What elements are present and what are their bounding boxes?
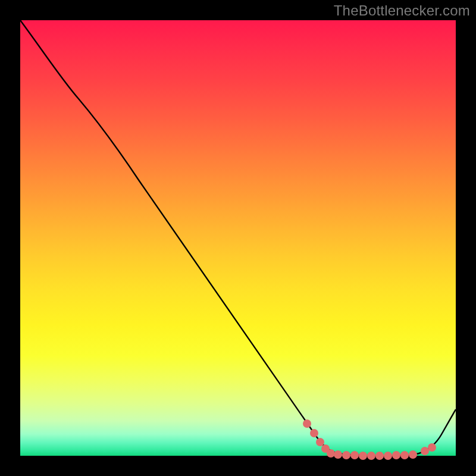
optimal-dot (310, 429, 318, 437)
optimal-dot (316, 438, 324, 446)
optimal-dot (350, 451, 359, 459)
optimal-dot (392, 451, 400, 459)
optimal-dot (327, 449, 335, 458)
optimal-dot (421, 447, 429, 455)
chart-svg (20, 20, 456, 456)
optimal-dot (400, 451, 409, 459)
optimal-dot (303, 419, 311, 428)
chart-frame (20, 20, 456, 456)
optimal-dot (367, 452, 375, 460)
optimal-dot (334, 450, 342, 459)
optimal-dot (359, 452, 367, 460)
optimal-dot (384, 452, 392, 460)
bottleneck-curve (20, 20, 456, 456)
watermark-text: TheBottlenecker.com (334, 2, 470, 19)
optimal-dot (342, 451, 350, 459)
optimal-dot (409, 450, 417, 459)
optimal-range-dots (303, 419, 436, 460)
optimal-dot (375, 452, 384, 460)
optimal-dot (428, 443, 436, 452)
